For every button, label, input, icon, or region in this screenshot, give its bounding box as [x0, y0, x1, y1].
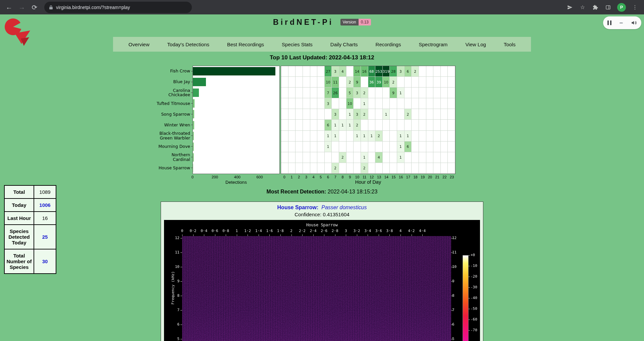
heatmap-cell: [390, 98, 397, 109]
heatmap-cell: 3: [397, 66, 405, 77]
heatmap-cell: [317, 141, 325, 152]
spec-y-tick: [180, 296, 182, 296]
heatmap-cell: [441, 120, 448, 130]
heatmap-cell: [412, 163, 419, 174]
heatmap-cell: 6: [325, 120, 332, 130]
spec-y-tick: [180, 325, 182, 325]
bar-axis-tick-label: 600: [256, 175, 263, 179]
nav-item-best-recordings[interactable]: Best Recordings: [227, 42, 264, 47]
heatmap-cell: [346, 66, 354, 77]
colorbar-tick-label: -30: [471, 285, 477, 289]
heatmap-cell: [325, 109, 332, 120]
heatmap-cell: 6: [405, 141, 412, 152]
hour-axis-tick-label: 20: [426, 175, 434, 179]
heatmap-cell: [419, 109, 426, 120]
colorbar-tick: [469, 266, 470, 266]
detections-bar: [193, 143, 194, 151]
nav-item-view-log[interactable]: View Log: [465, 42, 486, 47]
heatmap-cell: [317, 66, 325, 77]
heatmap-cell: [310, 98, 318, 109]
heatmap-cell: [433, 131, 441, 141]
heatmap-cell: [433, 88, 441, 98]
hour-axis-title: Hour of Day: [281, 179, 455, 185]
nav-item-spectrogram[interactable]: Spectrogram: [419, 42, 447, 47]
nav-item-today-s-detections[interactable]: Today's Detections: [167, 42, 209, 47]
axis-spacer: [155, 174, 193, 179]
forward-button[interactable]: →: [16, 2, 28, 13]
detections-bar-chart: [193, 66, 280, 174]
send-icon[interactable]: [564, 2, 576, 13]
stats-value[interactable]: 1006: [34, 198, 56, 212]
heatmap-cell: [288, 66, 296, 77]
hour-axis-tick-label: 0: [281, 175, 288, 179]
species-label: Song Sparrow: [155, 109, 193, 119]
spec-x-tick: [302, 234, 303, 236]
heatmap-cell: [310, 141, 318, 152]
spec-y-tick-label: 12: [168, 236, 179, 240]
volume-icon[interactable]: [631, 20, 637, 26]
heatmap-cell: 3: [354, 109, 361, 120]
extensions-puzzle-icon[interactable]: [590, 2, 601, 13]
stats-row: Total1089: [4, 185, 56, 198]
heatmap-cell: [281, 98, 288, 109]
reload-button[interactable]: ⟳: [29, 2, 40, 13]
hour-axis-tick-label: 9: [346, 175, 354, 179]
heatmap-cell: [303, 109, 310, 120]
detections-bar: [193, 99, 195, 108]
back-button[interactable]: ←: [3, 2, 15, 13]
heatmap-cell: [296, 98, 303, 109]
stats-row: Last Hour16: [4, 212, 56, 225]
heatmap-cell: [354, 163, 361, 174]
heatmap-cell: [325, 152, 332, 163]
heatmap-cell: [368, 98, 376, 109]
spec-x-tick: [237, 234, 237, 236]
browser-menu-icon[interactable]: ⋮: [629, 2, 641, 13]
nav-item-tools[interactable]: Tools: [504, 42, 516, 47]
heatmap-cell: [303, 88, 310, 98]
detection-species-line: House Sparrow:Passer domesticus: [161, 205, 483, 211]
colorbar-tick-label: -10: [471, 264, 477, 268]
species-label: Carolina Chickadee: [155, 87, 193, 98]
heatmap-cell: [375, 98, 383, 109]
heatmap-cell: [310, 152, 318, 163]
heatmap-cell: [354, 152, 361, 163]
heatmap-cell: [296, 131, 303, 141]
heatmap-cell: 16: [361, 66, 368, 77]
side-panel-icon[interactable]: [602, 2, 614, 13]
colorbar-tick-label: -40: [471, 296, 477, 300]
detection-common-name: House Sparrow:: [277, 205, 319, 210]
heatmap-cell: [383, 131, 390, 141]
heatmap-cell: 2: [354, 120, 361, 130]
bookmark-star-icon[interactable]: ☆: [577, 2, 588, 13]
stats-value[interactable]: 25: [34, 225, 56, 249]
profile-avatar[interactable]: P: [617, 3, 626, 12]
spec-y-tick: [451, 325, 453, 325]
heatmap-cell: 1: [397, 152, 405, 163]
heatmap-cell: [390, 163, 397, 174]
heatmap-cell: [419, 120, 426, 130]
heatmap-cell: [281, 120, 288, 130]
nav-item-recordings[interactable]: Recordings: [376, 42, 401, 47]
colorbar-tick-label: -70: [471, 328, 477, 332]
nav-item-overview[interactable]: Overview: [128, 42, 150, 47]
heatmap-cell: 1: [325, 141, 332, 152]
heatmap-cell: [288, 77, 296, 88]
url-bar[interactable]: virginia.birdnetpi.com/?stream=play: [44, 2, 192, 13]
stats-value[interactable]: 30: [34, 249, 56, 274]
spec-x-tick-label: 4: [399, 229, 402, 233]
chart-axis-titles: Detections Hour of Day: [155, 179, 644, 185]
nav-item-species-stats[interactable]: Species Stats: [282, 42, 313, 47]
hour-axis-tick-label: 23: [448, 175, 455, 179]
heatmap-cell: 14: [354, 66, 361, 77]
heatmap-cell: [441, 109, 448, 120]
heatmap-cell: 68: [368, 66, 376, 77]
heatmap-cell: [405, 120, 412, 130]
heatmap-cell: [346, 131, 354, 141]
birdnet-pi-logo: [3, 18, 34, 48]
heatmap-cell: [361, 77, 368, 88]
spec-x-tick: [422, 234, 423, 236]
pause-button[interactable]: [607, 20, 611, 25]
nav-item-daily-charts[interactable]: Daily Charts: [330, 42, 358, 47]
heatmap-cell: [288, 120, 296, 130]
hour-axis-tick-label: 13: [375, 175, 383, 179]
